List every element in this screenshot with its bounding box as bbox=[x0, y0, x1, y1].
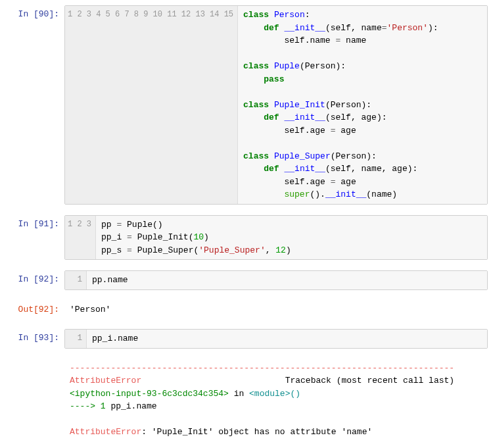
input-prompt: In [92]: bbox=[5, 270, 64, 287]
code-cell: In [90]:1 2 3 4 5 6 7 8 9 10 11 12 13 14… bbox=[5, 5, 488, 205]
error-prompt-spacer bbox=[5, 359, 64, 366]
line-gutter: 1 2 3 bbox=[65, 216, 96, 260]
input-prompt: In [93]: bbox=[5, 329, 64, 346]
code-editor[interactable]: class Person: def __init__(self, name='P… bbox=[238, 6, 487, 204]
line-gutter: 1 bbox=[65, 330, 87, 348]
input-area[interactable]: 1pp_i.name bbox=[64, 329, 488, 349]
code-cell: In [91]:1 2 3pp = Puple() pp_i = Puple_I… bbox=[5, 215, 488, 261]
input-area[interactable]: 1pp.name bbox=[64, 270, 488, 290]
output-text: 'Person' bbox=[64, 301, 488, 319]
error-cell: ----------------------------------------… bbox=[5, 359, 488, 441]
output-prompt: Out[92]: bbox=[5, 301, 64, 318]
cells-root: In [90]:1 2 3 4 5 6 7 8 9 10 11 12 13 14… bbox=[5, 5, 488, 448]
line-gutter: 1 2 3 4 5 6 7 8 9 10 11 12 13 14 15 bbox=[65, 6, 238, 204]
code-editor[interactable]: pp_i.name bbox=[87, 330, 487, 348]
input-area[interactable]: 1 2 3 4 5 6 7 8 9 10 11 12 13 14 15class… bbox=[64, 5, 488, 205]
code-editor[interactable]: pp = Puple() pp_i = Puple_Init(10) pp_s … bbox=[96, 216, 487, 260]
input-prompt: In [91]: bbox=[5, 215, 64, 232]
input-prompt: In [90]: bbox=[5, 5, 64, 22]
code-editor[interactable]: pp.name bbox=[87, 271, 487, 289]
output-cell: Out[92]:'Person' bbox=[5, 301, 488, 319]
input-area[interactable]: 1 2 3pp = Puple() pp_i = Puple_Init(10) … bbox=[64, 215, 488, 261]
error-traceback: ----------------------------------------… bbox=[64, 359, 488, 441]
code-cell: In [93]:1pp_i.name bbox=[5, 329, 488, 349]
line-gutter: 1 bbox=[65, 271, 87, 289]
code-cell: In [92]:1pp.name bbox=[5, 270, 488, 290]
notebook-container: { "cells": [ { "type": "code", "prompt":… bbox=[5, 5, 488, 448]
